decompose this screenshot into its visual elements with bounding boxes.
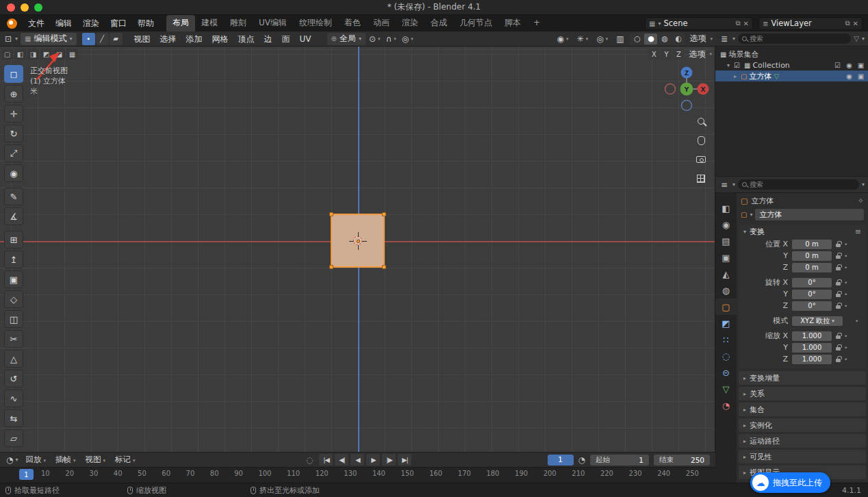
mode-selector-dropdown[interactable]: ▦ 编辑模式 ▾ [21,33,76,45]
properties-tab[interactable]: ◔ [715,397,737,413]
animate-dot-icon[interactable]: • [844,356,847,363]
viewport-tool-button[interactable]: ✂ [4,330,23,348]
lock-icon[interactable] [836,347,841,351]
properties-tab[interactable]: ◭ [715,266,737,282]
property-value-field[interactable]: 1.000 ▾ [792,331,832,341]
animate-dot-icon[interactable]: • [855,318,858,324]
vertex-dot[interactable] [382,212,386,216]
viewport-tool-button[interactable]: ↥ [4,251,23,268]
axis-toggle-button[interactable]: Z [673,49,684,60]
expander-icon[interactable]: ▾ [725,62,732,68]
viewport-tool-button[interactable]: ∡ [4,207,23,225]
property-value-field[interactable]: 1.000 ▾ [792,343,832,353]
lock-icon[interactable] [836,255,841,259]
frame-start-field[interactable]: 起始 1 [590,455,649,466]
editor-type-3d-viewport-icon[interactable]: ⊡ [3,34,14,44]
select-mode-button[interactable]: ∙ [82,33,95,45]
viewport-3d[interactable]: ▢◧◨◩◪▦ XYZ 选项 正交前视图 (1) 立方体 米 ◻⊕✛↻⤢◉✎∡⊞↥… [0,47,715,452]
viewport-tool-button[interactable]: ⊞ [4,231,23,248]
workspace-tab[interactable]: 布局 [166,15,195,31]
property-value-field[interactable]: 0 m ▾ [792,263,832,272]
blender-logo-icon[interactable] [7,18,17,29]
hide-in-viewport-icon[interactable]: ◉ [845,73,854,80]
workspace-tab[interactable]: 动画 [367,15,396,31]
property-value-field[interactable]: 0 m ▾ [792,251,832,261]
select-mode-button[interactable]: ╱ [96,33,109,45]
menu-item[interactable]: 添加 [181,31,207,47]
close-icon[interactable]: ✕ [743,20,749,27]
viewport-tool-button[interactable]: ◫ [4,310,23,328]
menu-item[interactable]: 回放 [21,452,51,468]
menu-item[interactable]: 渲染 [77,15,105,31]
proportional-editing-icon[interactable]: ◎ [400,34,416,44]
viewport-tool-button[interactable]: ⇆ [4,409,23,427]
viewport-tool-button[interactable]: ✛ [4,105,23,123]
outliner-search-input[interactable]: 搜索 [738,34,851,44]
collapsed-panel[interactable]: ▸ 可见性 [739,450,866,463]
menu-item[interactable]: 选择 [155,31,181,47]
properties-tab[interactable]: ▤ [715,233,737,249]
toggle-xray-icon[interactable]: ▥ [614,34,626,44]
workspace-tab[interactable]: UV编辑 [253,15,293,31]
lock-icon[interactable] [836,294,841,297]
properties-tab[interactable]: ▽ [715,381,737,397]
vertex-dot[interactable] [382,265,386,269]
playback-button[interactable]: |◀ [319,454,333,466]
upload-overlay-badge[interactable]: ☁ 拖拽至此上传 [750,472,830,493]
expander-icon[interactable]: ▸ [732,73,739,79]
panel-menu-icon[interactable]: ≡ [855,227,861,236]
playhead[interactable]: 1 [19,469,34,480]
disable-in-renders-icon[interactable]: ▣ [856,73,865,80]
show-overlays-icon[interactable]: ◎ [594,34,610,44]
pin-icon[interactable]: ✧ [858,196,864,205]
outliner-row-collection[interactable]: ▾ ☑ ▦ Collection ☑ ◉ ▣ [715,60,868,71]
clock-icon[interactable]: ◔ [578,455,585,465]
collapsed-panel[interactable]: ▸ 集合 [739,403,866,416]
menu-item[interactable]: 网格 [207,31,233,47]
viewport-tool-button[interactable]: ▱ [4,429,23,447]
filter-funnel-icon[interactable]: ▽ [854,35,859,42]
workspace-tab[interactable]: 渲染 [396,15,424,31]
collapsed-panel[interactable]: ▸ 实例化 [739,418,866,432]
menu-item[interactable]: 顶点 [233,31,259,47]
outliner-row-cube[interactable]: ▸ ▢ 立方体 ▽ ◉ ▣ [715,71,868,81]
vertex-dot[interactable] [329,212,333,216]
axis-toggle-button[interactable]: Y [661,49,672,60]
playback-button[interactable]: ◀ [350,454,364,466]
menu-item[interactable]: 窗口 [105,15,132,31]
zoom-button[interactable] [693,114,709,129]
pan-button[interactable] [693,133,709,148]
properties-tab[interactable]: ◉ [715,216,737,233]
transform-panel-header[interactable]: ▾ 变换 ≡ [739,225,866,238]
animate-dot-icon[interactable]: • [844,344,847,351]
menu-item[interactable]: 标记 [110,452,140,468]
select-mode-button[interactable]: ▰ [110,33,123,45]
shading-mode-button[interactable]: ○ [630,34,643,44]
property-value-field[interactable]: 0° ▾ [792,278,832,288]
tool-options-dropdown[interactable]: 选项 [689,49,712,60]
properties-tab[interactable]: ◍ [715,282,737,298]
timeline-ruler[interactable]: 1020304050607080901001101201301401501601… [0,467,715,483]
menu-item[interactable]: 插帧 [51,452,81,468]
viewport-tool-button[interactable]: ▣ [4,270,23,288]
workspace-tab[interactable]: 着色 [338,15,367,31]
scene-selector[interactable]: ▦ ▾ Scene ⧉ ✕ [645,17,753,30]
lock-icon[interactable] [836,244,841,247]
viewport-tool-button[interactable]: △ [4,350,23,368]
object-name-field[interactable]: 立方体 [755,209,864,220]
properties-tab[interactable]: ▣ [715,249,737,266]
animate-dot-icon[interactable]: • [844,291,847,298]
editor-type-outliner-icon[interactable]: ≣ [719,34,730,44]
animate-dot-icon[interactable]: • [844,279,847,286]
properties-search-input[interactable]: 搜索 [738,179,859,190]
properties-tab[interactable]: ▢ [715,298,737,315]
property-value-field[interactable]: 0° ▾ [792,301,832,311]
editor-type-timeline-icon[interactable]: ◔ [4,455,15,465]
workspace-tab[interactable]: 脚本 [498,15,527,31]
workspace-tab[interactable]: 几何节点 [453,15,498,31]
lock-icon[interactable] [836,305,841,309]
pivot-point-icon[interactable]: ⊙ [367,34,383,44]
property-value-field[interactable]: XYZ 欧拉 ▾ [792,316,843,326]
lock-icon[interactable] [836,267,841,270]
viewport-tool-button[interactable]: ⤢ [4,144,23,162]
